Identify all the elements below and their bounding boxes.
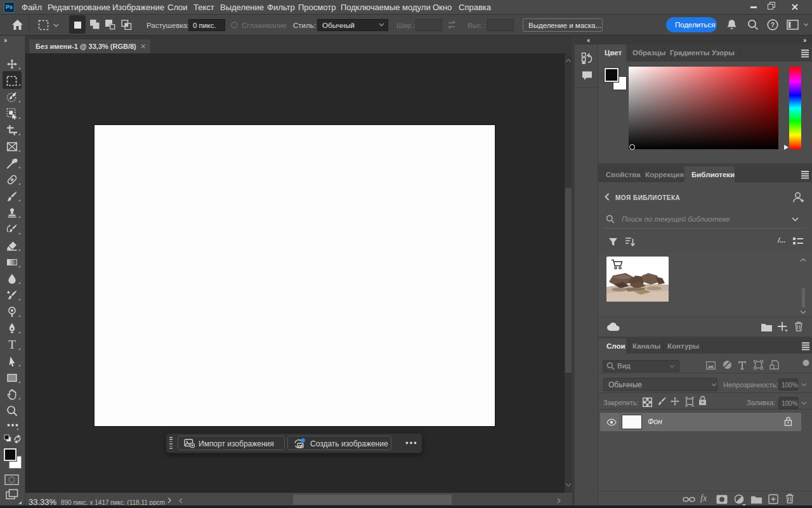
svg-text:?: ? (771, 21, 775, 29)
